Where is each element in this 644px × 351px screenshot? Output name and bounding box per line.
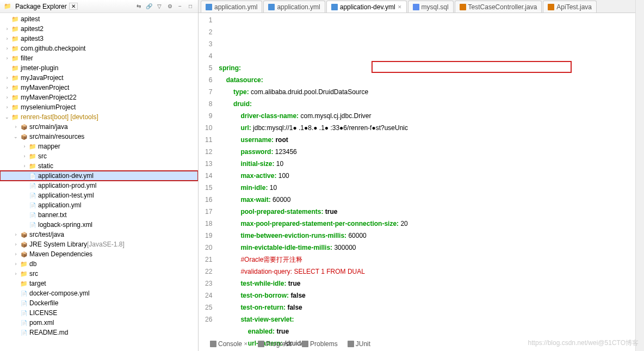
twisty-icon[interactable]: › — [12, 271, 20, 276]
bottom-tab-junit[interactable]: JUnit — [344, 340, 374, 348]
vertical-scrollbar[interactable] — [635, 0, 644, 351]
code-line[interactable]: #validation-query: SELECT 1 FROM DUAL — [219, 266, 408, 278]
tree-item-jmeter-plugin[interactable]: jmeter-plugin — [0, 63, 198, 73]
twisty-icon[interactable]: › — [12, 232, 20, 237]
twisty-icon[interactable]: › — [3, 104, 11, 110]
maximize-icon[interactable]: □ — [186, 2, 195, 11]
tree-item-maven-dependencies[interactable]: ›Maven Dependencies — [0, 249, 198, 259]
tree-item-static[interactable]: ›static — [0, 161, 198, 171]
twisty-icon[interactable]: › — [21, 144, 28, 149]
tree-item-renren-fast[interactable]: ⌄renren-fast [boot] [devtools] — [0, 112, 198, 122]
tree-item-logback-spring-xml[interactable]: logback-spring.xml — [0, 220, 198, 230]
tab-application-dev-yml[interactable]: application-dev.yml✕ — [326, 1, 407, 13]
code-line[interactable]: url: jdbc:mysql://1● .1●8.● .1● :33●6/re… — [219, 122, 408, 134]
tree-item-filter[interactable]: ›filter — [0, 53, 198, 63]
tree-item-docker-compose-yml[interactable]: docker-compose.yml — [0, 288, 198, 298]
code-line[interactable]: min-evictable-idle-time-millis: 300000 — [219, 242, 408, 254]
code-token — [219, 196, 240, 204]
tree-item-mymavenproject[interactable]: ›myMavenProject — [0, 83, 198, 93]
tree-item-myjavaproject[interactable]: ›myJavaProject — [0, 73, 198, 83]
tree-item-target[interactable]: target — [0, 279, 198, 288]
code-line[interactable]: type: com.alibaba.druid.pool.DruidDataSo… — [219, 86, 408, 98]
view-menu-icon[interactable]: ▽ — [155, 2, 164, 11]
twisty-icon[interactable]: › — [3, 75, 11, 81]
tree-item-apitest[interactable]: apitest — [0, 14, 198, 24]
collapse-all-icon[interactable]: ⇆ — [134, 2, 143, 11]
code-line[interactable]: password: 123456 — [219, 146, 408, 158]
filter-icon[interactable]: ⚙ — [165, 2, 174, 11]
minimize-icon[interactable]: − — [176, 2, 184, 11]
twisty-icon[interactable]: › — [3, 85, 11, 90]
tree-item-banner-txt[interactable]: banner.txt — [0, 210, 198, 220]
code-line[interactable]: stat-view-servlet: — [219, 313, 408, 325]
tree-item-src-main-java[interactable]: ›src/main/java — [0, 122, 198, 132]
tree-item-myseleniumproject[interactable]: ›myseleniumProject — [0, 102, 198, 112]
tree-item-src-test-java[interactable]: ›src/test/java — [0, 230, 198, 239]
code-line[interactable]: min-idle: 10 — [219, 182, 408, 194]
twisty-icon[interactable]: › — [3, 95, 11, 100]
code-line[interactable]: initial-size: 10 — [219, 158, 408, 170]
tree-item-application-prod-yml[interactable]: application-prod.yml — [0, 181, 198, 190]
close-panel-icon[interactable]: ✕ — [69, 3, 78, 10]
tree-item-application-yml[interactable]: application.yml — [0, 200, 198, 210]
tree-item-application-dev-yml[interactable]: application-dev.yml — [0, 171, 198, 181]
code-editor[interactable]: 1234567891011121314151617181920212223242… — [199, 13, 635, 351]
code-line[interactable]: spring: — [219, 62, 408, 74]
code-line[interactable]: driver-class-name: com.mysql.cj.jdbc.Dri… — [219, 110, 408, 122]
code-line[interactable]: druid: — [219, 98, 408, 110]
twisty-icon[interactable]: ⌄ — [12, 134, 20, 139]
tree-item-src[interactable]: ›src — [0, 151, 198, 161]
tree-item-pom-xml[interactable]: pom.xml — [0, 318, 198, 328]
tree-item-db[interactable]: ›db — [0, 259, 198, 269]
tab-application-yml[interactable]: application.yml — [263, 1, 325, 13]
tab-testcasecontroller-java[interactable]: TestCaseController.java — [455, 1, 542, 13]
code-line[interactable]: test-while-idle: true — [219, 278, 408, 290]
twisty-icon[interactable]: › — [3, 56, 11, 61]
twisty-icon[interactable]: › — [12, 261, 20, 267]
tree-item-apitest2[interactable]: ›apitest2 — [0, 24, 198, 34]
twisty-icon[interactable]: ⌄ — [3, 114, 11, 120]
tree-item-src[interactable]: ›src — [0, 269, 198, 279]
tree-item-application-test-yml[interactable]: application-test.yml — [0, 190, 198, 200]
twisty-icon[interactable]: › — [21, 153, 28, 159]
tree-item-com-github-checkpoint[interactable]: ›com.github.checkpoint — [0, 44, 198, 53]
link-editor-icon[interactable]: 🔗 — [145, 2, 153, 11]
code-content[interactable]: spring: datasource: type: com.alibaba.dr… — [216, 13, 410, 351]
tree-item-mapper[interactable]: ›mapper — [0, 141, 198, 151]
code-line[interactable]: max-pool-prepared-statement-per-connecti… — [219, 218, 408, 230]
code-line[interactable]: username: root — [219, 134, 408, 146]
close-tab-icon[interactable]: ✕ — [398, 4, 402, 10]
twisty-icon[interactable]: › — [12, 242, 20, 247]
twisty-icon[interactable]: › — [3, 36, 11, 41]
twisty-icon[interactable]: › — [3, 26, 11, 32]
tab-application-yml[interactable]: application.yml — [201, 1, 262, 13]
twisty-icon[interactable]: › — [12, 251, 20, 257]
code-line[interactable]: test-on-return: false — [219, 301, 408, 313]
bottom-tab-console[interactable]: Console✕ — [207, 340, 251, 348]
tree-item-src-main-resources[interactable]: ⌄src/main/resources — [0, 132, 198, 141]
code-line[interactable]: #Oracle需要打开注释 — [219, 254, 408, 266]
tree-item-jre-system-library[interactable]: ›JRE System Library [JavaSE-1.8] — [0, 239, 198, 249]
twisty-icon[interactable]: › — [3, 46, 11, 51]
package-tree[interactable]: apitest›apitest2›apitest3›com.github.che… — [0, 13, 198, 351]
tree-item-readme-md[interactable]: README.md — [0, 328, 198, 337]
tree-item-license[interactable]: LICENSE — [0, 308, 198, 318]
code-line[interactable]: max-active: 100 — [219, 170, 408, 182]
twisty-icon[interactable]: › — [21, 163, 28, 169]
code-line[interactable]: enabled: true — [219, 325, 408, 337]
close-view-icon[interactable]: ✕ — [244, 341, 248, 347]
bottom-tab-problems[interactable]: Problems — [299, 340, 341, 348]
twisty-icon[interactable]: › — [12, 124, 20, 130]
tab-mysql-sql[interactable]: mysql.sql — [408, 1, 454, 13]
code-line[interactable]: test-on-borrow: false — [219, 290, 408, 301]
tree-item-mymavenproject22[interactable]: ›myMavenProject22 — [0, 93, 198, 102]
tab-apitest-java[interactable]: ApiTest.java — [543, 1, 597, 13]
tree-item-dockerfile[interactable]: Dockerfile — [0, 298, 198, 308]
code-line[interactable]: datasource: — [219, 74, 408, 86]
code-line[interactable]: pool-prepared-statements: true — [219, 206, 408, 218]
code-line[interactable]: time-between-eviction-runs-millis: 60000 — [219, 230, 408, 242]
bottom-tab-progress[interactable]: Progress — [255, 340, 295, 348]
tree-label: apitest2 — [21, 25, 44, 33]
code-line[interactable]: max-wait: 60000 — [219, 194, 408, 206]
tree-item-apitest3[interactable]: ›apitest3 — [0, 34, 198, 44]
